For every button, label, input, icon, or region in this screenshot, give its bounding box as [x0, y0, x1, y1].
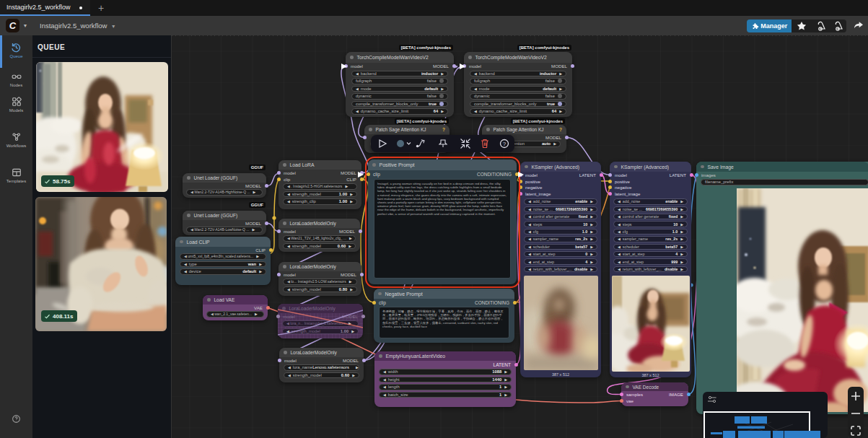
- svg-text:?: ?: [503, 141, 507, 147]
